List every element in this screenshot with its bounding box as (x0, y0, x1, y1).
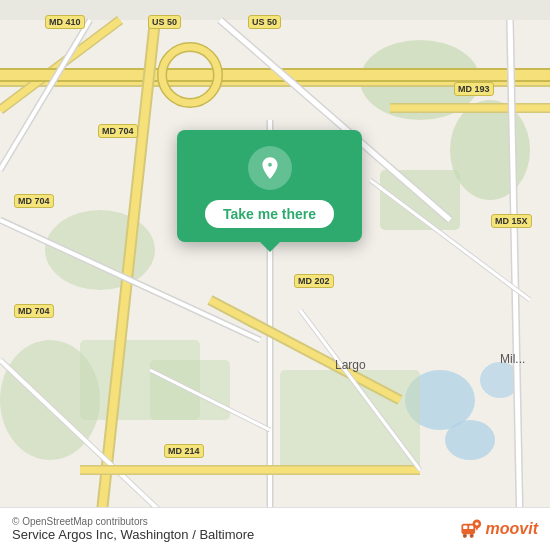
moovit-bus-icon (458, 517, 482, 541)
svg-point-8 (445, 420, 495, 460)
svg-rect-49 (469, 526, 473, 529)
city-label-mil: Mil... (500, 352, 525, 366)
road-label-md193: MD 193 (454, 82, 494, 96)
road-label-us50-right: US 50 (248, 15, 281, 29)
road-label-md214: MD 214 (164, 444, 204, 458)
osm-attribution: © OpenStreetMap contributors (12, 516, 254, 527)
svg-rect-10 (280, 370, 420, 470)
location-title: Service Argos Inc, Washington / Baltimor… (12, 527, 254, 542)
take-me-there-button[interactable]: Take me there (205, 200, 334, 228)
road-label-md15x: MD 15X (491, 214, 532, 228)
road-label-md704-mid: MD 704 (14, 194, 54, 208)
map-container: MD 410 US 50 US 50 MD 704 MD 704 MD 704 … (0, 0, 550, 550)
svg-point-52 (463, 535, 465, 537)
svg-point-55 (475, 522, 478, 525)
road-label-md410: MD 410 (45, 15, 85, 29)
bottom-bar: © OpenStreetMap contributors Service Arg… (0, 507, 550, 550)
road-label-us50-left: US 50 (148, 15, 181, 29)
city-label-largo: Largo (335, 358, 366, 372)
location-pin-icon (248, 146, 292, 190)
svg-point-46 (267, 162, 272, 167)
svg-point-2 (450, 100, 530, 200)
bottom-bar-left: © OpenStreetMap contributors Service Arg… (12, 516, 254, 542)
svg-marker-56 (475, 527, 478, 530)
svg-point-53 (470, 535, 472, 537)
popup-card: Take me there (177, 130, 362, 242)
road-label-md202: MD 202 (294, 274, 334, 288)
road-label-md704-lower: MD 704 (14, 304, 54, 318)
road-label-md704-upper: MD 704 (98, 124, 138, 138)
svg-rect-48 (463, 526, 467, 529)
moovit-logo: moovit (458, 517, 538, 541)
moovit-brand-text: moovit (486, 520, 538, 538)
